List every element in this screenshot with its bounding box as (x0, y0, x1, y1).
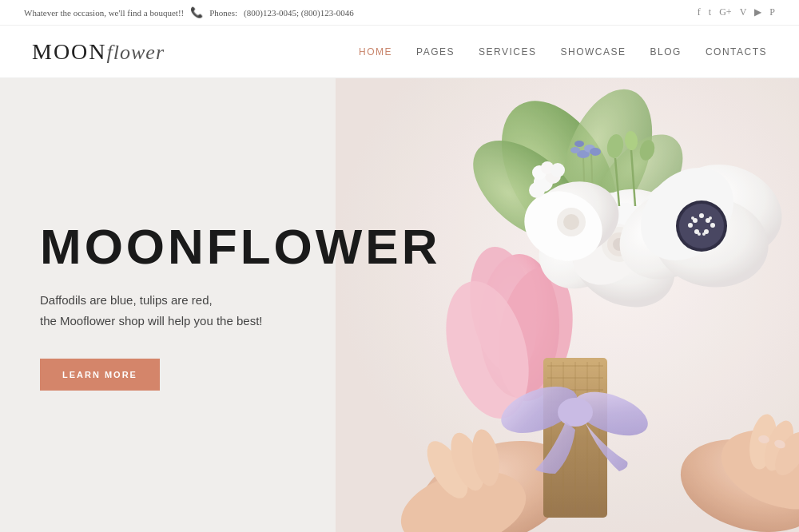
site-header: MOON flower HOME PAGES SERVICES SHOWCASE… (0, 26, 799, 78)
facebook-icon[interactable]: f (698, 6, 701, 18)
phone-icon: 📞 (190, 6, 203, 19)
hero-content: MOONFLOWER Daffodils are blue, tulips ar… (40, 220, 392, 391)
learn-more-button[interactable]: LEARN MORE (40, 359, 160, 391)
nav-blog[interactable]: BLOG (650, 46, 682, 58)
bouquet-illustration (336, 78, 799, 532)
phone-numbers: (800)123-0045; (800)123-0046 (244, 8, 354, 18)
flower-image-area (336, 78, 799, 532)
logo-italic-text: flower (107, 41, 165, 65)
hero-section: MOONFLOWER Daffodils are blue, tulips ar… (0, 78, 799, 532)
hero-title: MOONFLOWER (40, 220, 392, 274)
phone-label: Phones: (209, 8, 237, 18)
hero-subtitle-line1: Daffodils are blue, tulips are red, (40, 293, 213, 307)
googleplus-icon[interactable]: G+ (719, 6, 731, 18)
nav-pages[interactable]: PAGES (416, 46, 455, 58)
nav-services[interactable]: SERVICES (479, 46, 536, 58)
nav-contacts[interactable]: CONTACTS (706, 46, 767, 58)
nav-showcase[interactable]: SHOWCASE (561, 46, 626, 58)
youtube-icon[interactable]: ▶ (754, 6, 761, 18)
logo-main-text: MOON (32, 39, 107, 65)
social-icons: f t G+ V ▶ P (698, 6, 775, 18)
logo[interactable]: MOON flower (32, 39, 165, 65)
twitter-icon[interactable]: t (709, 6, 711, 18)
tagline-text: Whatever the occasion, we'll find a bouq… (24, 8, 184, 18)
hero-subtitle: Daffodils are blue, tulips are red, the … (40, 290, 392, 331)
top-bar-left: Whatever the occasion, we'll find a bouq… (24, 6, 354, 19)
main-nav: HOME PAGES SERVICES SHOWCASE BLOG CONTAC… (359, 46, 767, 58)
pinterest-icon[interactable]: P (769, 6, 775, 18)
nav-home[interactable]: HOME (359, 46, 392, 58)
svg-rect-85 (336, 78, 799, 532)
hero-subtitle-line2: the Mooflower shop will help you the bes… (40, 314, 263, 328)
top-bar: Whatever the occasion, we'll find a bouq… (0, 0, 799, 26)
vimeo-icon[interactable]: V (740, 6, 747, 18)
